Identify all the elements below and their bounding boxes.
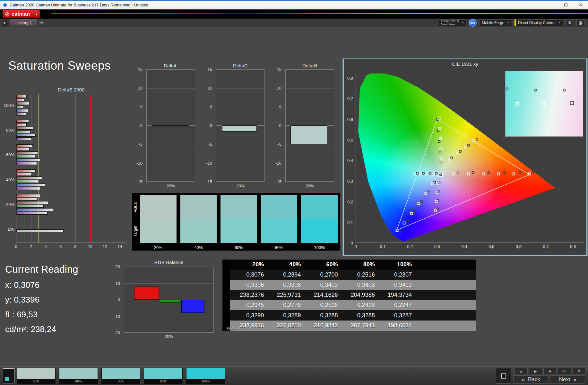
minimize-button[interactable] [544, 1, 558, 9]
meter-dropdown[interactable]: X-Rite i1Pro 3 Direct View ▼ [438, 19, 466, 26]
tick-label: -15 [136, 179, 143, 184]
tick-label: 0,4 [347, 158, 353, 163]
swatch-columns [140, 195, 338, 243]
bar [290, 125, 327, 144]
stop-button[interactable]: ■ [543, 368, 557, 374]
chart-title: RGB Balance [124, 260, 214, 265]
y-axis: 20100-10-20 [110, 267, 122, 333]
gridline [147, 107, 195, 107]
tick-label: 0,6 [516, 244, 522, 249]
chart-title: CIE 1931 xy [344, 61, 586, 67]
measured-point [406, 219, 409, 222]
bar [16, 187, 40, 190]
measured-point [435, 172, 438, 175]
swatch-column [180, 195, 217, 243]
tick-label: 10 [277, 86, 281, 90]
saturation-tile[interactable]: 40% [59, 368, 98, 384]
display-mode-button[interactable] [496, 368, 511, 384]
maximize-button[interactable] [558, 1, 573, 9]
swatch-column [221, 195, 257, 243]
display-control-dropdown[interactable]: Direct Display Control ▼ [514, 19, 563, 26]
tab-bar: ▶ History 1 + X-Rite i1Pro 3 Direct View… [0, 19, 588, 27]
target-point [403, 222, 406, 225]
gridline [147, 88, 195, 89]
inset-measured-point [506, 87, 508, 90]
tick-label: -10 [136, 160, 143, 165]
cie-zoom-inset [505, 71, 583, 137]
tick-label: 0,1 [380, 244, 386, 249]
swatch-column [301, 195, 338, 243]
measured-point [437, 140, 440, 143]
target-point [528, 172, 531, 175]
table-cell: 0,2894 [267, 270, 304, 280]
chevron-down-icon: ▼ [507, 21, 509, 24]
gridline [31, 94, 31, 243]
group-label: 100 [7, 227, 14, 232]
gridline [124, 316, 213, 316]
table-cell: 216,9842 [304, 321, 341, 331]
eject-button[interactable]: ▲ [514, 368, 528, 374]
gridline [105, 94, 105, 243]
deltae-x-axis: 02468101214 [16, 244, 126, 250]
table-cell: 0,3408 [341, 280, 378, 290]
measured-point [399, 229, 402, 232]
brand-bar: calman ▼ [0, 10, 588, 19]
bar [16, 98, 24, 101]
y-axis: 151050-5-10-15 [201, 69, 214, 182]
bar [16, 144, 33, 147]
saturation-tile[interactable]: 100% [186, 368, 225, 384]
saturation-tile[interactable]: 80% [144, 368, 183, 384]
table-header-row: 20%40%60%80%100% [222, 260, 476, 270]
inset-target-point [542, 102, 545, 106]
bar [16, 130, 30, 133]
tick-label: 5 [279, 104, 281, 109]
calman-menu-button[interactable]: calman ▼ [3, 10, 40, 18]
page-indicator-swatch [5, 377, 9, 381]
gridline [216, 163, 264, 163]
tick-label: 0,7 [347, 96, 353, 101]
source-dropdown[interactable]: Mobile Forge ▼ [479, 19, 512, 26]
settings-button[interactable]: ⚙ [566, 19, 574, 26]
bar [134, 287, 159, 300]
saturation-tiles: 20%40%60%80%100% [17, 368, 225, 384]
gridline [286, 88, 334, 89]
table-cell: 198,6634 [378, 321, 415, 331]
tab-history-1[interactable]: History 1 [10, 19, 37, 26]
table-cell: 0,3413 [378, 280, 415, 290]
current-reading-panel: Current Reading x: 0,3076 y: 0,3396 fL: … [5, 264, 78, 334]
row-edge [222, 260, 230, 270]
table-cell: 0,2776 [267, 300, 304, 311]
gear-button[interactable]: ⚙ [572, 368, 585, 374]
table-cell: 0,3290 [230, 310, 267, 321]
table-cell: 0,3289 [267, 310, 304, 321]
saturation-tile[interactable]: 60% [101, 368, 140, 384]
page-indicator-tile[interactable] [3, 368, 14, 383]
cie-1931-panel[interactable]: CIE 1931 xy 00,10,20,30,40,50,60,70,8 00… [343, 59, 587, 256]
back-button[interactable]: « Back [513, 375, 549, 384]
measured-point [519, 171, 522, 174]
tile-swatch [144, 368, 182, 379]
close-button[interactable]: × [573, 1, 588, 9]
refresh-button[interactable]: ↻ [558, 368, 571, 374]
reading-fl: fL: 69,53 [5, 310, 78, 320]
row-edge [222, 310, 230, 321]
add-tab-button[interactable]: + [39, 20, 44, 25]
bar [16, 212, 48, 215]
tick-label: 5 [210, 104, 212, 109]
table-cell: 0,2247 [378, 300, 415, 311]
table-cell: 0,3076 [230, 270, 267, 280]
tick-label: 0 [354, 244, 357, 249]
layout-button[interactable]: ▣ [576, 19, 585, 26]
row-edge [222, 280, 230, 290]
tick-label: 15 [277, 67, 281, 72]
measured-point [456, 172, 459, 175]
deltae-2000-chart: DeltaE 2000 100%80%60%40%20%100 02468101… [4, 86, 132, 252]
header-cell: 100% [378, 260, 415, 270]
meter-mode: Direct View [441, 23, 459, 26]
play-button[interactable]: ▶ [529, 368, 542, 374]
next-button[interactable]: Next » [550, 375, 585, 384]
bar [16, 173, 32, 176]
saturation-tile[interactable]: 20% [17, 368, 56, 384]
cie-x-axis: 00,10,20,30,40,50,60,70,8 [356, 244, 584, 251]
history-panel-button[interactable]: ▶ [2, 20, 8, 26]
